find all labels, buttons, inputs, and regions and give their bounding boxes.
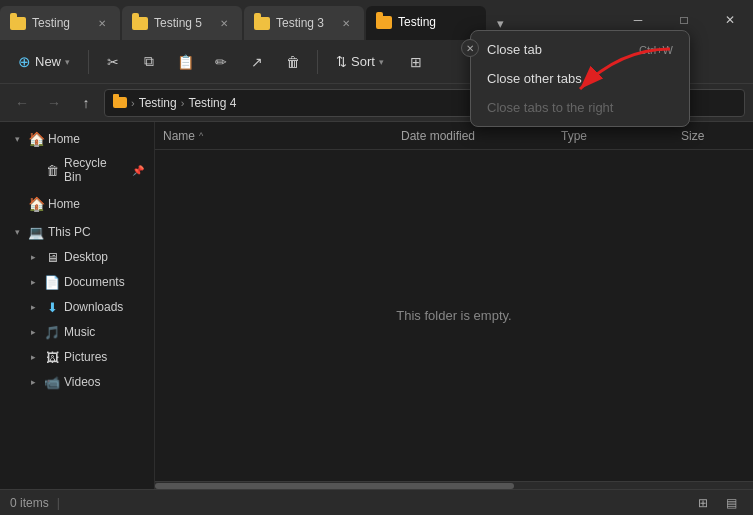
status-separator: | (57, 496, 60, 510)
tab-label-3: Testing 3 (276, 16, 332, 30)
rename-button[interactable]: ✏ (205, 46, 237, 78)
delete-button[interactable]: 🗑 (277, 46, 309, 78)
tab-label-2: Testing 5 (154, 16, 210, 30)
tab-close-1[interactable]: ✕ (94, 15, 110, 31)
sidebar-item-videos[interactable]: ▸ 📹 Videos (4, 370, 150, 394)
empty-folder-message: This folder is empty. (396, 308, 511, 323)
view-options-button[interactable]: ⊞ (400, 46, 432, 78)
sort-button[interactable]: ⇅ Sort ▾ (326, 49, 394, 74)
breadcrumb-sep-2: › (181, 97, 185, 109)
tab-close-3[interactable]: ✕ (338, 15, 354, 31)
tab-folder-icon-4 (376, 14, 392, 30)
sidebar: ▾ 🏠 Home 🗑 Recycle Bin 📌 ▸ 🏠 Home ▾ 💻 Th… (0, 122, 155, 489)
content-body: This folder is empty. (155, 150, 753, 481)
sidebar-label-documents: Documents (64, 275, 125, 289)
status-bar: 0 items | ⊞ ▤ (0, 489, 753, 515)
recycle-bin-icon: 🗑 (44, 162, 60, 178)
tab-label-1: Testing (32, 16, 88, 30)
music-icon: 🎵 (44, 324, 60, 340)
content-area: Name ^ Date modified Type Size This fold… (155, 122, 753, 489)
sidebar-expand-recycle (26, 163, 40, 177)
grid-view-button[interactable]: ⊞ (691, 493, 715, 513)
sidebar-item-this-pc[interactable]: ▾ 💻 This PC (4, 220, 150, 244)
expand-pictures: ▸ (26, 350, 40, 364)
horizontal-scrollbar[interactable] (155, 481, 753, 489)
breadcrumb-testing4: Testing 4 (188, 96, 236, 110)
desktop-icon: 🖥 (44, 249, 60, 265)
sidebar-label-desktop: Desktop (64, 250, 108, 264)
sidebar-item-pictures[interactable]: ▸ 🖼 Pictures (4, 345, 150, 369)
sidebar-label-downloads: Downloads (64, 300, 123, 314)
tab-folder-icon-2 (132, 15, 148, 31)
sidebar-expand-pc: ▾ (10, 225, 24, 239)
menu-close-button[interactable]: ✕ (461, 39, 479, 57)
sort-chevron-icon: ▾ (379, 57, 384, 67)
expand-desktop: ▸ (26, 250, 40, 264)
copy-button[interactable]: ⧉ (133, 46, 165, 78)
home-icon: 🏠 (28, 131, 44, 147)
expand-downloads: ▸ (26, 300, 40, 314)
close-tab-label: Close tab (487, 42, 542, 57)
pictures-icon: 🖼 (44, 349, 60, 365)
sidebar-item-home-expanded[interactable]: ▾ 🏠 Home (4, 127, 150, 151)
videos-icon: 📹 (44, 374, 60, 390)
expand-documents: ▸ (26, 275, 40, 289)
sidebar-label-music: Music (64, 325, 95, 339)
sidebar-label-home: Home (48, 132, 80, 146)
close-tabs-right-label: Close tabs to the right (487, 100, 613, 115)
menu-item-close-other-tabs[interactable]: Close other tabs (471, 64, 689, 93)
sidebar-label-pictures: Pictures (64, 350, 107, 364)
close-button[interactable]: ✕ (707, 0, 753, 40)
new-chevron-icon: ▾ (65, 57, 70, 67)
tab-testing4-active[interactable]: Testing (366, 6, 486, 40)
home-icon-2: 🏠 (28, 196, 44, 212)
this-pc-icon: 💻 (28, 224, 44, 240)
sidebar-item-downloads[interactable]: ▸ ⬇ Downloads (4, 295, 150, 319)
sort-icon: ⇅ (336, 54, 347, 69)
paste-button[interactable]: 📋 (169, 46, 201, 78)
tab-testing-1[interactable]: Testing ✕ (0, 6, 120, 40)
toolbar-separator-2 (317, 50, 318, 74)
tab-folder-icon-3 (254, 15, 270, 31)
context-menu: ✕ Close tab Ctrl+W Close other tabs Clos… (470, 30, 690, 127)
tab-folder-icon-1 (10, 15, 26, 31)
sidebar-item-recycle-bin[interactable]: 🗑 Recycle Bin 📌 (4, 152, 150, 188)
close-other-tabs-label: Close other tabs (487, 71, 582, 86)
sidebar-item-documents[interactable]: ▸ 📄 Documents (4, 270, 150, 294)
cut-button[interactable]: ✂ (97, 46, 129, 78)
breadcrumb-sep-1: › (131, 97, 135, 109)
tab-testing5[interactable]: Testing 5 ✕ (122, 6, 242, 40)
scrollbar-thumb[interactable] (155, 483, 514, 489)
tab-close-2[interactable]: ✕ (216, 15, 232, 31)
view-toggle: ⊞ ▤ (691, 493, 743, 513)
menu-item-close-tab[interactable]: Close tab Ctrl+W (471, 35, 689, 64)
breadcrumb-testing: Testing (139, 96, 177, 110)
documents-icon: 📄 (44, 274, 60, 290)
sidebar-label-videos: Videos (64, 375, 100, 389)
sidebar-item-desktop[interactable]: ▸ 🖥 Desktop (4, 245, 150, 269)
col-header-name[interactable]: Name ^ (155, 122, 393, 149)
list-view-button[interactable]: ▤ (719, 493, 743, 513)
sidebar-item-music[interactable]: ▸ 🎵 Music (4, 320, 150, 344)
sidebar-item-home2[interactable]: ▸ 🏠 Home (4, 192, 150, 216)
breadcrumb-folder-icon (113, 97, 127, 108)
main-layout: ▾ 🏠 Home 🗑 Recycle Bin 📌 ▸ 🏠 Home ▾ 💻 Th… (0, 122, 753, 489)
name-sort-icon: ^ (199, 131, 203, 141)
share-button[interactable]: ↗ (241, 46, 273, 78)
close-tab-shortcut: Ctrl+W (639, 44, 673, 56)
back-button[interactable]: ← (8, 89, 36, 117)
expand-videos: ▸ (26, 375, 40, 389)
new-button[interactable]: ⊕ New ▾ (8, 48, 80, 76)
forward-button[interactable]: → (40, 89, 68, 117)
tab-testing3[interactable]: Testing 3 ✕ (244, 6, 364, 40)
sidebar-label-this-pc: This PC (48, 225, 91, 239)
menu-item-close-tabs-right: Close tabs to the right (471, 93, 689, 122)
up-button[interactable]: ↑ (72, 89, 100, 117)
sidebar-label-home2: Home (48, 197, 80, 211)
sidebar-expand-home2: ▸ (10, 197, 24, 211)
new-plus-icon: ⊕ (18, 53, 31, 71)
expand-music: ▸ (26, 325, 40, 339)
toolbar-separator-1 (88, 50, 89, 74)
tab-label-4: Testing (398, 15, 476, 29)
item-count: 0 items (10, 496, 49, 510)
